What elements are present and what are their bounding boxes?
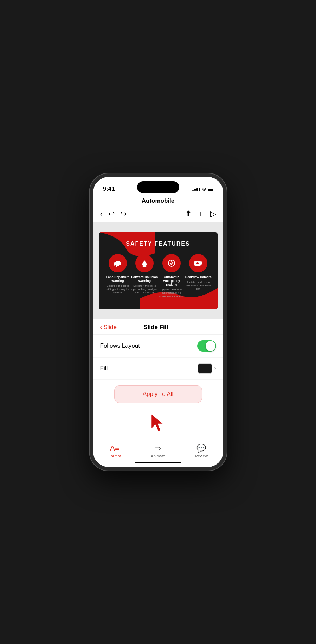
feature-desc-braking: Applies the brakes automatically if a co… [158,288,185,298]
follows-layout-label: Follows Layout [100,342,140,349]
phone-inner: 9:41 ⊜ ▬ Automobile ‹ ↩ ↪ ⬆ [93,177,223,467]
slide-title: SAFETY FEATURES [104,241,212,247]
tab-review-label: Review [195,454,208,458]
feature-name-collision: Forward Collision Warning [131,275,158,283]
slide-card[interactable]: SAFETY FEATURES Lane Departure W [99,232,218,309]
feature-icon-braking [162,254,181,272]
feature-desc-rearview: Assists the driver to see what's behind … [185,280,212,291]
svg-marker-9 [201,261,202,265]
svg-point-6 [146,265,147,267]
toolbar-right: ⬆ + ▷ [185,209,216,219]
follows-layout-toggle[interactable] [197,340,216,352]
follows-layout-row: Follows Layout [93,335,223,358]
page-title: Automobile [93,196,223,207]
apply-to-all-button[interactable]: Apply To All [114,385,202,403]
animate-icon: ⇒ [155,444,161,453]
toolbar-left: ‹ ↩ ↪ [100,209,127,219]
panel-nav: ‹ Slide Slide Fill [93,319,223,335]
slide-features: Lane Departure Warning Detects if the ca… [104,254,212,298]
wifi-icon: ⊜ [202,186,206,192]
tab-format[interactable]: A≡ Format [101,444,129,458]
feature-name-braking: Automatic Emergency Braking [158,275,185,286]
review-icon: 💬 [196,444,206,453]
feature-name-rearview: Rearview Camera [185,275,212,279]
svg-point-10 [196,262,199,264]
toggle-knob [206,341,215,351]
toolbar: ‹ ↩ ↪ ⬆ + ▷ [93,207,223,222]
feature-name-lane: Lane Departure Warning [104,275,131,283]
tab-format-label: Format [109,454,121,458]
back-button[interactable]: ‹ [100,209,103,219]
cursor-arrow-icon [148,410,169,435]
tab-animate[interactable]: ⇒ Animate [144,444,172,458]
feature-rearview: Rearview Camera Assists the driver to se… [185,254,212,298]
status-icons: ⊜ ▬ [192,186,213,192]
add-button[interactable]: + [199,209,203,219]
fill-label: Fill [100,365,108,372]
tab-animate-label: Animate [151,454,165,458]
feature-icon-collision [135,254,154,272]
panel-back-button[interactable]: ‹ Slide [100,324,117,331]
bottom-panel: ‹ Slide Slide Fill Follows Layout Fill › [93,319,223,441]
fill-chevron-icon: › [214,365,216,372]
feature-lane-departure: Lane Departure Warning Detects if the ca… [104,254,131,298]
fill-right[interactable]: › [198,363,216,374]
svg-rect-1 [116,261,120,263]
svg-point-2 [115,265,117,267]
fill-row: Fill › [93,358,223,380]
panel-back-label: Slide [103,324,117,331]
tab-review[interactable]: 💬 Review [187,444,215,458]
format-icon: A≡ [110,444,120,453]
feature-emergency-braking: Automatic Emergency Braking Applies the … [158,254,185,298]
cursor-area [93,409,223,437]
feature-desc-lane: Detects if the car is drifting out using… [104,284,131,295]
share-button[interactable]: ⬆ [185,209,192,219]
phone-frame: 9:41 ⊜ ▬ Automobile ‹ ↩ ↪ ⬆ [90,173,227,471]
svg-point-5 [142,265,143,267]
undo-button[interactable]: ↩ [108,209,115,219]
fill-color-swatch[interactable] [198,363,212,374]
feature-icon-rearview [189,254,207,272]
chevron-left-icon: ‹ [100,324,102,331]
redo-button[interactable]: ↪ [120,209,127,219]
panel-title: Slide Fill [117,324,195,331]
battery-icon: ▬ [208,186,213,192]
status-time: 9:41 [103,185,115,192]
play-button[interactable]: ▷ [210,209,216,219]
home-bar [135,462,181,463]
signal-bars-icon [192,188,200,191]
svg-point-3 [119,265,121,267]
slide-preview-area[interactable]: SAFETY FEATURES Lane Departure W [93,222,223,319]
home-indicator [93,460,223,467]
tab-bar: A≡ Format ⇒ Animate 💬 Review [93,441,223,460]
feature-icon-lane [109,254,127,272]
feature-forward-collision: Forward Collision Warning Detects if the… [131,254,158,298]
feature-desc-collision: Detects if the car is approaching an obj… [131,284,158,295]
dynamic-island [137,181,179,193]
